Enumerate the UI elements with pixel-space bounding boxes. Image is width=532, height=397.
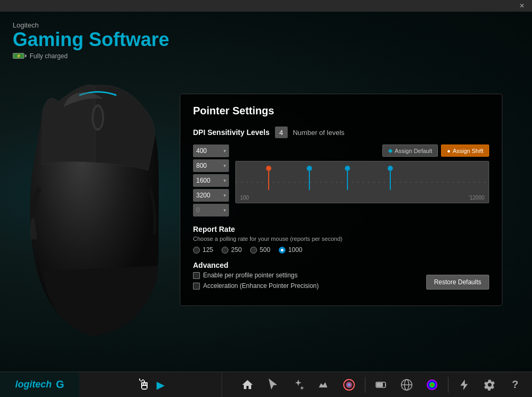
dpi-header: DPI Sensitivity Levels 4 Number of level… [193,127,489,138]
radio-250[interactable] [222,247,228,254]
pointer-icon-btn[interactable] [261,373,285,396]
restore-defaults-button[interactable]: Restore Defaults [426,275,489,290]
rate-500-label: 500 [260,246,270,254]
advanced-section: Advanced Enable per profile pointer sett… [193,261,489,290]
dpi-label: DPI Sensitivity Levels [193,128,270,137]
logo-logitech: logitech [15,379,52,390]
rate-250-label: 250 [231,246,242,254]
report-rate-section: Report Rate Choose a polling rate for yo… [193,225,489,254]
close-button[interactable]: ✕ [516,1,528,11]
divider-1 [365,377,365,393]
sparkle-icon-btn[interactable] [287,373,310,396]
assign-default-button[interactable]: ◆ Assign Default [382,145,438,157]
dpi-count-box[interactable]: 4 [275,127,288,138]
dpi-count-label: Number of levels [293,129,345,137]
assign-shift-label: Assign Shift [453,148,483,154]
help-text: ? [512,378,518,391]
advanced-option-1-label: Enable per profile pointer settings [203,272,298,279]
device-mouse-icon[interactable]: 🖱 [136,376,151,393]
battery-icon: ⚡ [13,53,26,59]
report-rate-subtitle: Choose a polling rate for your mouse (re… [193,236,489,242]
dpi-level-3: ▼ [193,174,229,187]
help-icon-btn[interactable]: ? [503,373,527,396]
checkbox-acceleration[interactable] [193,283,200,290]
rate-1000-label: 1000 [288,246,302,254]
bottom-toolbar: logitech G 🖱 ▶ [0,372,532,397]
dpi-list: ▼ ▼ ▼ ▼ ▼ [193,145,229,216]
device-arrow-icon: ▶ [157,378,164,391]
battery-icon-btn[interactable] [370,373,393,396]
device-area: 🖱 ▶ [79,372,222,398]
dpi-level-2: ▼ [193,159,229,172]
dpi-marker-3[interactable] [345,166,350,190]
battery-label: Fully charged [30,52,68,60]
panel-title: Pointer Settings [193,105,489,117]
dpi-arrow-5: ▼ [223,208,227,213]
assign-shift-button[interactable]: ● Assign Shift [441,145,489,157]
app-title: Gaming Software [13,29,519,50]
slider-max-label: '12000 [469,195,484,201]
slider-track [236,182,489,183]
dpi-buttons: ◆ Assign Default ● Assign Shift [235,145,489,157]
dpi-level-5: ▼ [193,204,229,216]
circle-icon: ● [447,148,451,154]
toolbar-icons: ? [222,373,532,396]
report-rate-options: 125 250 500 1000 [193,246,489,254]
battery-body: ⚡ [13,53,24,59]
rate-250[interactable]: 250 [222,246,242,254]
svg-rect-6 [377,383,383,387]
rate-125-label: 125 [203,246,213,254]
assign-default-label: Assign Default [395,148,432,154]
checkbox-per-profile[interactable] [193,272,200,279]
dpi-level-4: ▼ [193,189,229,202]
slider-min-label: 100 [240,195,249,201]
dpi-section: DPI Sensitivity Levels 4 Number of level… [193,127,489,216]
surface-icon-btn[interactable] [312,373,335,396]
dpi-slider-area[interactable]: 100 '12000 [235,161,489,203]
battery-tip [25,55,26,57]
settings-icon-btn[interactable] [478,373,501,396]
mouse-svg [16,70,180,340]
advanced-title: Advanced [193,261,489,269]
rate-500[interactable]: 500 [250,246,270,254]
radio-125[interactable] [193,247,200,254]
radio-500[interactable] [250,247,257,254]
home-icon-btn[interactable] [236,373,259,396]
rate-125[interactable]: 125 [193,246,213,254]
color-icon-btn[interactable] [337,373,361,396]
brand-label: Logitech [13,21,519,29]
dpi-arrow-2: ▼ [223,164,227,168]
settings-panel: Pointer Settings DPI Sensitivity Levels … [180,94,502,306]
dpi-content: ▼ ▼ ▼ ▼ ▼ [193,145,489,216]
mouse-image [16,70,180,340]
battery-bolt: ⚡ [16,54,21,58]
battery-status: ⚡ Fully charged [13,52,519,60]
header: Logitech Gaming Software ⚡ Fully charged [0,12,532,65]
diamond-icon: ◆ [388,147,392,154]
divider-2 [448,377,448,393]
dpi-level-1: ▼ [193,145,229,157]
svg-point-10 [427,380,437,390]
globe-icon-btn[interactable] [395,373,418,396]
dpi-arrow-3: ▼ [223,178,227,183]
dpi-arrow-4: ▼ [223,193,227,198]
dpi-marker-2[interactable] [307,166,312,190]
bottom-logo: logitech G [0,372,79,398]
report-rate-title: Report Rate [193,225,489,233]
dpi-marker-1[interactable] [266,166,271,190]
main-container: Logitech Gaming Software ⚡ Fully charged [0,12,532,372]
logo-g: G [56,378,65,391]
title-bar: ✕ [0,0,532,12]
dpi-arrow-1: ▼ [223,149,227,154]
dpi-marker-4[interactable] [388,166,393,190]
performance-icon-btn[interactable] [453,373,476,396]
svg-point-1 [94,107,102,128]
svg-point-4 [347,383,351,386]
radio-1000[interactable] [279,247,286,254]
dpi-right: ◆ Assign Default ● Assign Shift [235,145,489,216]
advanced-option-2-label: Acceleration (Enhance Pointer Precision) [203,282,319,290]
rate-1000[interactable]: 1000 [279,246,302,254]
spectrum-icon-btn[interactable] [420,373,444,396]
